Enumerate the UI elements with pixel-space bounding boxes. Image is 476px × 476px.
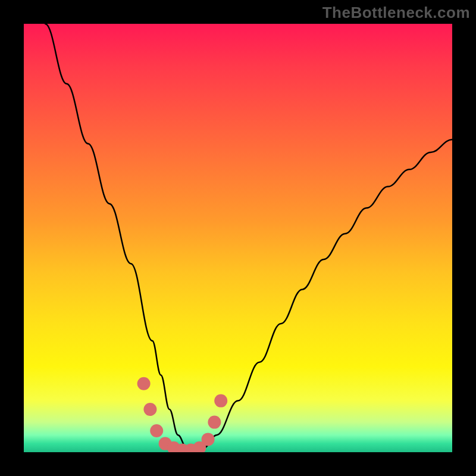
watermark-text: TheBottleneck.com: [322, 4, 470, 22]
highlight-dot: [143, 403, 156, 416]
plot-area: [24, 24, 452, 452]
highlight-dot: [214, 394, 227, 408]
highlight-dot: [150, 424, 163, 437]
highlight-dot: [137, 377, 151, 390]
highlight-dot: [202, 433, 215, 446]
bottleneck-curve: [45, 24, 452, 452]
curve-svg: [24, 24, 452, 452]
chart-frame: TheBottleneck.com: [0, 0, 476, 476]
highlight-dot: [208, 416, 221, 429]
